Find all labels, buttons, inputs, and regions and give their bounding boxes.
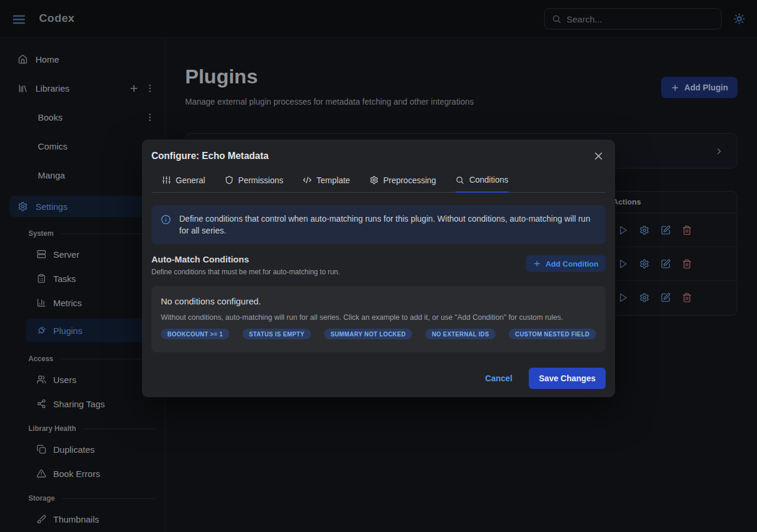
plus-icon xyxy=(533,259,541,268)
info-text: Define conditions that control when auto… xyxy=(179,213,596,236)
example-chip-summary[interactable]: SUMMARY NOT LOCKED xyxy=(324,329,412,339)
empty-state-hint: Without conditions, auto-matching will r… xyxy=(161,313,596,322)
tab-label: General xyxy=(176,176,205,185)
tab-general[interactable]: General xyxy=(162,175,205,192)
sliders-icon xyxy=(162,176,171,184)
modal-header: Configure: Echo Metadata xyxy=(151,149,606,162)
example-chip-external-ids[interactable]: NO EXTERNAL IDS xyxy=(425,329,496,339)
modal-tabs: General Permissions Template Preprocessi… xyxy=(151,175,606,193)
tab-preprocessing[interactable]: Preprocessing xyxy=(370,175,436,192)
gear-icon xyxy=(370,176,378,184)
close-modal-button[interactable] xyxy=(593,150,604,162)
tab-label: Conditions xyxy=(469,175,508,184)
example-condition-chips: BOOKCOUNT >= 1 STATUS IS EMPTY SUMMARY N… xyxy=(161,329,596,339)
tab-label: Permissions xyxy=(238,176,283,185)
info-callout: Define conditions that control when auto… xyxy=(151,205,606,244)
save-changes-button[interactable]: Save Changes xyxy=(529,368,606,389)
example-chip-custom-field[interactable]: CUSTOM NESTED FIELD xyxy=(509,329,596,339)
magnifier-icon xyxy=(455,176,464,184)
close-icon xyxy=(593,150,604,162)
configure-plugin-modal: Configure: Echo Metadata General Permiss… xyxy=(142,140,615,397)
empty-state-title: No conditions configured. xyxy=(161,296,596,306)
add-condition-label: Add Condition xyxy=(545,259,599,268)
conditions-section-header: Auto-Match Conditions Define conditions … xyxy=(151,254,606,276)
empty-conditions-panel: No conditions configured. Without condit… xyxy=(151,286,606,352)
tab-label: Preprocessing xyxy=(383,176,436,185)
info-icon xyxy=(161,215,171,225)
cancel-button[interactable]: Cancel xyxy=(485,374,512,383)
code-icon xyxy=(303,176,312,184)
app-root: Codex Home Libraries Books Comics Man xyxy=(0,0,757,532)
tab-conditions[interactable]: Conditions xyxy=(455,175,508,193)
add-condition-button[interactable]: Add Condition xyxy=(526,255,606,272)
tab-label: Template xyxy=(316,176,350,185)
tab-permissions[interactable]: Permissions xyxy=(225,175,283,192)
shield-icon xyxy=(225,176,234,184)
example-chip-status[interactable]: STATUS IS EMPTY xyxy=(242,329,311,339)
modal-footer: Cancel Save Changes xyxy=(485,368,606,389)
example-chip-bookcount[interactable]: BOOKCOUNT >= 1 xyxy=(161,329,229,339)
tab-template[interactable]: Template xyxy=(303,175,350,192)
modal-title: Configure: Echo Metadata xyxy=(151,149,268,161)
